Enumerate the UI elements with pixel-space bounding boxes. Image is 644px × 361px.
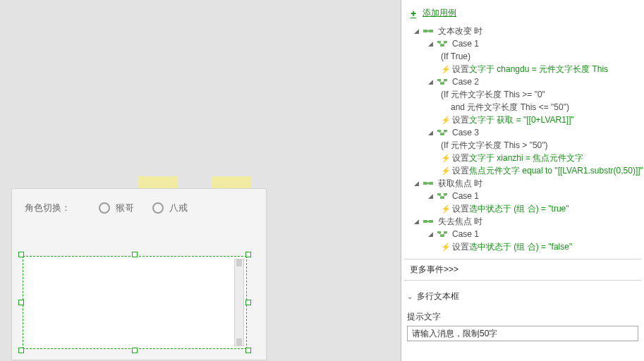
resize-handle-se[interactable] — [245, 348, 251, 353]
resize-handle-n[interactable] — [132, 252, 138, 257]
case-icon — [437, 230, 448, 238]
event-icon — [423, 27, 434, 35]
case-name: Case 1 — [452, 37, 479, 50]
design-canvas[interactable]: 角色切换： 猴哥 八戒 — [0, 0, 401, 361]
event-name: 文本改变 时 — [438, 25, 482, 37]
svg-rect-4 — [444, 41, 447, 43]
radio-icon — [99, 202, 110, 214]
case-row[interactable]: ◢Case 1 — [406, 37, 641, 50]
resize-handle-ne[interactable] — [245, 252, 251, 257]
svg-rect-22 — [444, 231, 447, 233]
case-icon — [437, 128, 448, 137]
action-body: 选中状态于 (组 合) = "false" — [469, 240, 572, 253]
disclosure-triangle-icon[interactable]: ◢ — [427, 190, 434, 202]
case-name: Case 2 — [452, 75, 479, 88]
svg-rect-7 — [444, 79, 447, 81]
chevron-down-icon: ⌄ — [407, 293, 413, 300]
case-row[interactable]: ◢Case 1 — [406, 228, 641, 240]
case-name: Case 3 — [452, 126, 479, 139]
case-name: Case 1 — [452, 190, 479, 202]
resize-handle-sw[interactable] — [18, 348, 24, 353]
case-condition: (If True) — [406, 50, 641, 63]
disclosure-triangle-icon[interactable]: ◢ — [427, 37, 434, 50]
svg-rect-9 — [437, 130, 441, 132]
action-row[interactable]: ⚡设置 文字于 changdu = 元件文字长度 This — [406, 63, 641, 75]
scrollbar[interactable] — [234, 259, 244, 346]
action-prefix: 设置 — [452, 63, 469, 75]
case-icon — [437, 192, 448, 200]
section-header[interactable]: ⌄ 多行文本框 — [404, 281, 641, 307]
add-case-link[interactable]: + 添加用例 — [404, 6, 641, 25]
disclosure-triangle-icon[interactable]: ◢ — [427, 228, 434, 240]
highlight-marker — [138, 176, 178, 189]
disclosure-triangle-icon[interactable]: ◢ — [427, 75, 434, 88]
lightning-icon: ⚡ — [441, 240, 449, 253]
action-row[interactable]: ⚡设置 文字于 获取 = "[[0+LVAR1]]" — [406, 114, 641, 126]
highlight-marker — [212, 176, 251, 189]
more-events-link[interactable]: 更多事件>>> — [404, 259, 641, 281]
action-prefix: 设置 — [452, 240, 469, 253]
action-body: 文字于 changdu = 元件文字长度 This — [469, 63, 608, 75]
event-row[interactable]: ◢获取焦点 时 — [406, 177, 641, 190]
resize-handle-e[interactable] — [245, 300, 251, 305]
resize-handle-nw[interactable] — [18, 252, 24, 257]
case-row[interactable]: ◢Case 3 — [406, 126, 641, 139]
event-name: 获取焦点 时 — [438, 177, 482, 190]
event-row[interactable]: ◢失去焦点 时 — [406, 215, 641, 228]
action-row[interactable]: ⚡设置 选中状态于 (组 合) = "true" — [406, 202, 641, 215]
event-icon — [423, 179, 434, 188]
case-name: Case 1 — [452, 228, 479, 240]
radio-icon — [152, 202, 164, 214]
lightning-icon: ⚡ — [441, 63, 449, 75]
resize-handle-w[interactable] — [18, 300, 24, 305]
lightning-icon: ⚡ — [441, 152, 449, 164]
case-condition: and 元件文字长度 This <= "50") — [406, 101, 641, 114]
placeholder-input[interactable] — [407, 326, 638, 341]
case-row[interactable]: ◢Case 2 — [406, 75, 641, 88]
action-body: 文字于 xianzhi = 焦点元件文字 — [469, 152, 583, 164]
disclosure-triangle-icon[interactable]: ◢ — [413, 177, 420, 190]
add-case-label: 添加用例 — [423, 7, 456, 19]
action-body: 焦点元件文字 equal to "[[LVAR1.substr(0,50)]]" — [469, 164, 643, 177]
action-prefix: 设置 — [452, 152, 469, 164]
event-name: 失去焦点 时 — [438, 215, 482, 228]
svg-rect-3 — [437, 41, 441, 43]
radio-option-monkey[interactable]: 猴哥 — [99, 202, 134, 214]
case-icon — [437, 78, 448, 86]
svg-rect-16 — [444, 193, 447, 195]
event-icon — [423, 217, 434, 226]
action-prefix: 设置 — [452, 202, 469, 215]
interaction-tree: ◢文本改变 时◢Case 1(If True)⚡设置 文字于 changdu =… — [404, 25, 641, 253]
action-prefix: 设置 — [452, 164, 469, 177]
lightning-icon: ⚡ — [441, 164, 449, 177]
action-prefix: 设置 — [452, 114, 469, 126]
lightning-icon: ⚡ — [441, 202, 449, 215]
lightning-icon: ⚡ — [441, 114, 449, 126]
placeholder-label: 提示文字 — [404, 307, 641, 326]
resize-handle-s[interactable] — [132, 348, 138, 353]
role-label: 角色切换： — [25, 202, 71, 214]
action-row[interactable]: ⚡设置 焦点元件文字 equal to "[[LVAR1.substr(0,50… — [406, 164, 641, 177]
event-row[interactable]: ◢文本改变 时 — [406, 25, 641, 37]
svg-rect-20 — [427, 221, 430, 222]
disclosure-triangle-icon[interactable]: ◢ — [413, 215, 420, 228]
action-body: 选中状态于 (组 合) = "true" — [469, 202, 569, 215]
svg-rect-21 — [437, 231, 441, 233]
action-row[interactable]: ⚡设置 选中状态于 (组 合) = "false" — [406, 240, 641, 253]
disclosure-triangle-icon[interactable]: ◢ — [427, 126, 434, 139]
svg-rect-15 — [437, 193, 441, 195]
section-title: 多行文本框 — [417, 290, 459, 302]
disclosure-triangle-icon[interactable]: ◢ — [413, 25, 420, 37]
action-row[interactable]: ⚡设置 文字于 xianzhi = 焦点元件文字 — [406, 152, 641, 164]
action-body: 文字于 获取 = "[[0+LVAR1]]" — [469, 114, 574, 126]
svg-rect-10 — [444, 130, 447, 132]
case-icon — [437, 39, 448, 48]
selected-textarea-widget[interactable] — [18, 252, 251, 353]
radio-option-bajie[interactable]: 八戒 — [152, 202, 188, 214]
case-condition: (If 元件文字长度 This > "50") — [406, 139, 641, 152]
inspector-panel: + 添加用例 ◢文本改变 时◢Case 1(If True)⚡设置 文字于 ch… — [401, 0, 644, 361]
textarea-sheet[interactable] — [23, 256, 247, 349]
plus-icon: + — [408, 9, 418, 18]
case-condition: (If 元件文字长度 This >= "0" — [406, 88, 641, 101]
case-row[interactable]: ◢Case 1 — [406, 190, 641, 202]
